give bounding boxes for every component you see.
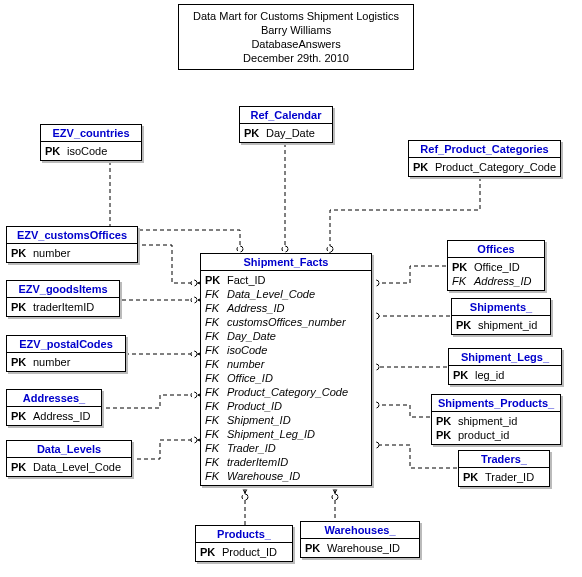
entity-ref-product-categories: Ref_Product_Categories PKProduct_Categor… <box>408 140 561 177</box>
attr-label: Data_Level_Code <box>227 287 315 301</box>
entity-name: Warehouses_ <box>301 522 419 539</box>
attr-label: Warehouse_ID <box>227 469 300 483</box>
entity-data-levels: Data_Levels PKData_Level_Code <box>6 440 132 477</box>
attr-label: Product_ID <box>227 399 282 413</box>
entity-name: EZV_countries <box>41 125 141 142</box>
attr-label: Trader_ID <box>227 441 276 455</box>
entity-traders: Traders_ PKTrader_ID <box>458 450 550 487</box>
entity-name: Shipments_ <box>452 299 550 316</box>
entity-name: Ref_Product_Categories <box>409 141 560 158</box>
entity-name: Shipments_Products_ <box>432 395 560 412</box>
key-label: FK <box>205 385 227 399</box>
title-line1: Data Mart for Customs Shipment Logistics <box>193 9 399 23</box>
attr-label: traderItemID <box>227 455 288 469</box>
attr-label: Office_ID <box>227 371 273 385</box>
entity-shipment-legs: Shipment_Legs_ PKleg_id <box>448 348 562 385</box>
entity-name: Data_Levels <box>7 441 131 458</box>
entity-name: Ref_Calendar <box>240 107 332 124</box>
key-label: FK <box>205 455 227 469</box>
key-label: FK <box>205 399 227 413</box>
entity-ezv-goodsitems: EZV_goodsItems PKtraderItemID <box>6 280 120 317</box>
entity-name: Shipment_Legs_ <box>449 349 561 366</box>
entity-offices: Offices PKOffice_ID FKAddress_ID <box>447 240 545 291</box>
attr-label: isoCode <box>227 343 267 357</box>
entity-ezv-customsoffices: EZV_customsOffices PKnumber <box>6 226 138 263</box>
attr-label: Shipment_Leg_ID <box>227 427 315 441</box>
attr-label: Product_Category_Code <box>227 385 348 399</box>
diagram-title-box: Data Mart for Customs Shipment Logistics… <box>178 4 414 70</box>
entity-name: Traders_ <box>459 451 549 468</box>
key-label: FK <box>205 469 227 483</box>
entity-name: EZV_postalCodes <box>7 336 125 353</box>
key-label: FK <box>205 315 227 329</box>
entity-ezv-postalcodes: EZV_postalCodes PKnumber <box>6 335 126 372</box>
title-line3: DatabaseAnswers <box>193 37 399 51</box>
entity-name: Products_ <box>196 526 292 543</box>
key-label: FK <box>205 329 227 343</box>
key-label: FK <box>205 427 227 441</box>
entity-warehouses: Warehouses_ PKWarehouse_ID <box>300 521 420 558</box>
attr-label: Shipment_ID <box>227 413 291 427</box>
attr-label: Fact_ID <box>227 273 266 287</box>
entity-ref-calendar: Ref_Calendar PKDay_Date <box>239 106 333 143</box>
key-label: FK <box>205 287 227 301</box>
entity-name: Addresses_ <box>7 390 101 407</box>
entity-ezv-countries: EZV_countries PKisoCode <box>40 124 142 161</box>
attr-label: customsOffices_number <box>227 315 346 329</box>
entity-shipment-facts: Shipment_Facts PKFact_IDFKData_Level_Cod… <box>200 253 372 486</box>
entity-name: Shipment_Facts <box>201 254 371 271</box>
key-label: FK <box>205 301 227 315</box>
key-label: FK <box>205 371 227 385</box>
entity-shipments-products: Shipments_Products_ PKshipment_id PKprod… <box>431 394 561 445</box>
entity-name: Offices <box>448 241 544 258</box>
attr-label: Address_ID <box>227 301 284 315</box>
key-label: FK <box>205 357 227 371</box>
key-label: PK <box>205 273 227 287</box>
entity-name: EZV_goodsItems <box>7 281 119 298</box>
key-label: FK <box>205 441 227 455</box>
key-label: FK <box>205 413 227 427</box>
entity-addresses: Addresses_ PKAddress_ID <box>6 389 102 426</box>
attr-label: Day_Date <box>227 329 276 343</box>
entity-name: EZV_customsOffices <box>7 227 137 244</box>
entity-products: Products_ PKProduct_ID <box>195 525 293 562</box>
entity-shipments: Shipments_ PKshipment_id <box>451 298 551 335</box>
attr-label: number <box>227 357 264 371</box>
key-label: FK <box>205 343 227 357</box>
title-line4: December 29th. 2010 <box>193 51 399 65</box>
title-line2: Barry Williams <box>193 23 399 37</box>
